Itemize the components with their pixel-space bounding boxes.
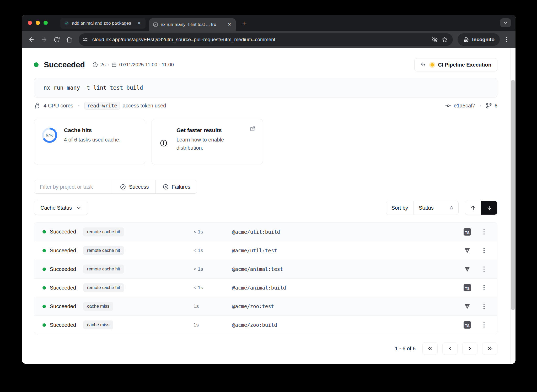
tracking-protection-button[interactable] bbox=[430, 35, 440, 45]
check-circle-icon bbox=[120, 184, 126, 190]
table-row[interactable]: Succeeded remote cache hit < 1s @acme/ut… bbox=[34, 241, 497, 260]
summary-cards: 67% Cache hits 4 of 6 tasks used cache. bbox=[34, 119, 497, 164]
cache-hits-card[interactable]: 67% Cache hits 4 of 6 tasks used cache. bbox=[34, 119, 145, 164]
tab-close-icon[interactable]: ✕ bbox=[226, 21, 233, 28]
table-row[interactable]: Succeeded cache miss 1s @acme/zoo:test T… bbox=[34, 297, 497, 315]
environment-row: 4 CPU cores read-write access token used… bbox=[34, 102, 497, 110]
filter-input[interactable] bbox=[34, 180, 113, 193]
cache-status-dropdown[interactable]: Cache Status bbox=[34, 201, 88, 215]
table-controls: Cache Status Sort by Status bbox=[34, 201, 497, 215]
site-settings-icon bbox=[82, 37, 88, 42]
run-date-value: 07/11/2025 11:00 - 11:00 bbox=[119, 62, 174, 68]
maximize-window-button[interactable] bbox=[44, 21, 48, 25]
last-page-button[interactable] bbox=[482, 342, 497, 355]
commit-sha[interactable]: e1a5caf7 bbox=[454, 103, 475, 109]
forward-arrow-icon bbox=[41, 36, 47, 43]
browser-menu-button[interactable] bbox=[501, 34, 512, 45]
sort-descending-button[interactable] bbox=[481, 201, 497, 215]
table-row[interactable]: Succeeded remote cache hit < 1s @acme/an… bbox=[34, 260, 497, 278]
pipeline-status-dot bbox=[431, 63, 434, 67]
reload-button[interactable] bbox=[51, 34, 62, 45]
new-tab-button[interactable]: + bbox=[239, 18, 249, 29]
external-link-icon bbox=[249, 126, 256, 132]
vitest-icon bbox=[464, 303, 471, 310]
cache-status-badge: cache miss bbox=[83, 320, 113, 329]
x-circle-icon bbox=[163, 184, 169, 190]
git-branch-icon bbox=[486, 102, 492, 109]
row-duration: 1s bbox=[194, 303, 232, 309]
minimize-window-button[interactable] bbox=[36, 21, 40, 25]
row-task-name: @acme/util:test bbox=[232, 248, 459, 253]
linux-penguin-icon bbox=[34, 102, 41, 109]
tab-close-icon[interactable]: ✕ bbox=[136, 20, 142, 26]
tab-title: add animal and zoo packages bbox=[72, 21, 133, 26]
filter-success-label: Success bbox=[129, 184, 149, 190]
filter-success-button[interactable]: Success bbox=[113, 180, 155, 193]
typescript-icon: TS bbox=[464, 228, 471, 236]
kebab-icon bbox=[484, 306, 485, 307]
table-row[interactable]: Succeeded cache miss 1s @acme/zoo:build … bbox=[34, 315, 497, 334]
tab-search-button[interactable] bbox=[500, 18, 511, 27]
sort-ascending-button[interactable] bbox=[465, 201, 481, 215]
row-menu-button[interactable] bbox=[479, 227, 489, 237]
distribution-card[interactable]: Get faster results Learn how to enable d… bbox=[152, 119, 263, 164]
vitest-icon bbox=[464, 247, 471, 254]
external-link-button[interactable] bbox=[249, 126, 256, 132]
row-menu-button[interactable] bbox=[479, 264, 489, 274]
kebab-icon bbox=[484, 269, 485, 270]
run-status-dot bbox=[34, 62, 39, 67]
table-row[interactable]: Succeeded remote cache hit < 1s @acme/ut… bbox=[34, 222, 497, 241]
cache-status-badge: cache miss bbox=[83, 302, 113, 311]
cpu-cores-label: 4 CPU cores bbox=[44, 103, 73, 109]
alert-circle-icon bbox=[160, 139, 168, 147]
reload-icon bbox=[53, 36, 60, 43]
window-controls bbox=[28, 21, 48, 25]
kebab-icon bbox=[484, 250, 485, 251]
cache-status-badge: remote cache hit bbox=[83, 246, 124, 255]
row-status-label: Succeeded bbox=[50, 248, 76, 254]
browser-toolbar: cloud.nx.app/runs/agsvEHsQc8?utm_source=… bbox=[22, 31, 515, 48]
status-dot bbox=[42, 268, 46, 271]
address-bar[interactable]: cloud.nx.app/runs/agsvEHsQc8?utm_source=… bbox=[79, 33, 453, 46]
forward-button[interactable] bbox=[38, 34, 50, 45]
row-duration: < 1s bbox=[194, 285, 232, 291]
kebab-icon bbox=[484, 231, 485, 232]
status-dot bbox=[42, 305, 46, 308]
row-status-label: Succeeded bbox=[50, 303, 76, 309]
sort-by-label: Sort by bbox=[386, 201, 413, 215]
row-menu-button[interactable] bbox=[479, 320, 489, 330]
row-menu-button[interactable] bbox=[479, 302, 489, 311]
page-content: Succeeded 2s 07/11/2025 11:00 - 11:00 CI… bbox=[22, 48, 515, 364]
ci-pipeline-execution-button[interactable]: CI Pipeline Execution bbox=[414, 58, 497, 71]
clock-icon bbox=[92, 62, 98, 68]
table-row[interactable]: Succeeded remote cache hit < 1s @acme/an… bbox=[34, 278, 497, 297]
row-menu-button[interactable] bbox=[479, 246, 489, 255]
command-text: nx run-many -t lint test build bbox=[44, 85, 143, 91]
close-window-button[interactable] bbox=[28, 21, 32, 25]
run-date: 07/11/2025 11:00 - 11:00 bbox=[111, 62, 174, 68]
page-scrollbar[interactable] bbox=[510, 48, 515, 364]
site-info-button[interactable] bbox=[80, 35, 90, 45]
cache-status-badge: remote cache hit bbox=[83, 227, 124, 236]
tab-pull-request[interactable]: add animal and zoo packages ✕ bbox=[60, 18, 146, 29]
first-page-button[interactable] bbox=[422, 342, 438, 355]
bookmark-button[interactable] bbox=[440, 35, 450, 45]
row-status-label: Succeeded bbox=[50, 266, 76, 272]
cache-percent-label: 67% bbox=[42, 128, 57, 143]
next-page-button[interactable] bbox=[462, 342, 477, 355]
scrollbar-thumb[interactable] bbox=[511, 80, 515, 310]
distribution-card-title: Get faster results bbox=[176, 127, 242, 133]
filter-failures-button[interactable]: Failures bbox=[155, 180, 197, 193]
cache-status-label: Cache Status bbox=[40, 205, 72, 211]
eye-off-icon bbox=[432, 36, 438, 43]
row-task-name: @acme/animal:build bbox=[232, 285, 459, 291]
row-menu-button[interactable] bbox=[479, 283, 489, 292]
sort-field-select[interactable]: Status bbox=[413, 201, 458, 215]
status-dot bbox=[42, 286, 46, 290]
back-button[interactable] bbox=[26, 34, 37, 45]
access-token-suffix: access token used bbox=[123, 103, 166, 109]
home-button[interactable] bbox=[63, 34, 75, 45]
tab-nx-run[interactable]: nx run-many -t lint test ... fro ✕ bbox=[149, 18, 236, 31]
separator-dot bbox=[480, 105, 481, 106]
previous-page-button[interactable] bbox=[442, 342, 458, 355]
